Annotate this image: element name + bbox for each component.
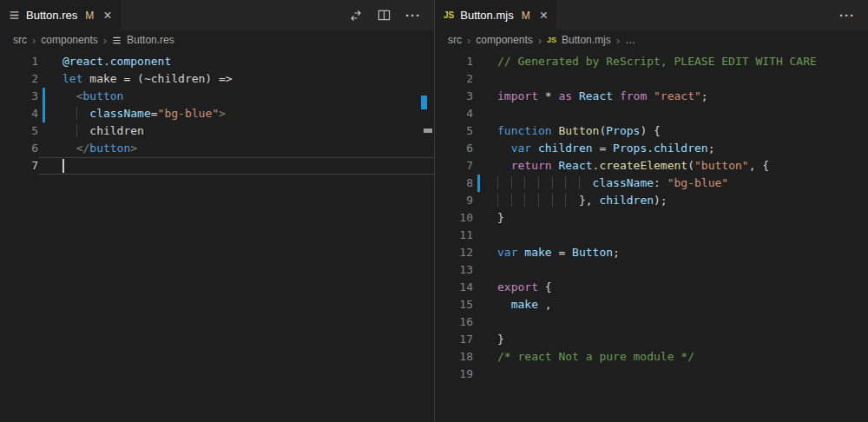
line-number[interactable]: 1: [435, 53, 473, 70]
rescript-file-icon: [9, 10, 20, 21]
editor-gutter: [473, 296, 497, 313]
line-number[interactable]: 10: [435, 209, 473, 227]
breadcrumb-item-components[interactable]: components: [41, 34, 97, 46]
close-icon[interactable]: ×: [103, 9, 111, 23]
close-icon[interactable]: ×: [540, 9, 548, 23]
line-number[interactable]: 6: [0, 140, 38, 157]
code-text[interactable]: className="bg-blue">: [62, 105, 226, 122]
line-number[interactable]: 15: [435, 296, 473, 313]
code-text[interactable]: return React.createElement("button", {: [497, 157, 769, 175]
code-line[interactable]: 9 }, children);: [435, 192, 868, 209]
code-text[interactable]: /* react Not a pure module */: [497, 348, 694, 366]
line-number[interactable]: 5: [0, 122, 38, 140]
code-line[interactable]: 13: [435, 261, 868, 279]
line-number[interactable]: 18: [435, 348, 473, 366]
line-number[interactable]: 12: [435, 244, 473, 261]
line-number[interactable]: 17: [435, 331, 473, 348]
code-text[interactable]: }: [497, 209, 504, 227]
breadcrumb-item-components[interactable]: components: [476, 34, 532, 46]
split-editor-icon[interactable]: [378, 9, 391, 22]
code-line[interactable]: 8 className: "bg-blue": [435, 175, 868, 192]
breadcrumb-item-file[interactable]: Button.mjs: [562, 34, 611, 46]
code-text[interactable]: }: [497, 331, 504, 348]
tab-button-mjs[interactable]: JS Button.mjs M ×: [435, 0, 556, 30]
code-line[interactable]: 7: [0, 157, 434, 175]
breadcrumb-overflow[interactable]: …: [625, 34, 635, 46]
code-text[interactable]: // Generated by ReScript, PLEASE EDIT WI…: [497, 53, 817, 70]
overview-modified-marker: [421, 96, 427, 109]
code-text[interactable]: let make = (~children) =>: [62, 70, 233, 88]
code-line[interactable]: 12var make = Button;: [435, 244, 868, 261]
code-text[interactable]: function Button(Props) {: [497, 122, 661, 140]
code-line[interactable]: 5 children: [0, 122, 434, 140]
breadcrumb-item-src[interactable]: src: [13, 34, 27, 46]
code-text[interactable]: <button: [62, 88, 123, 105]
text-cursor: [62, 159, 64, 173]
line-number[interactable]: 2: [0, 70, 38, 88]
editor-gutter: [473, 70, 497, 88]
editor-gutter: [473, 105, 497, 122]
code-line[interactable]: 3import * as React from "react";: [435, 88, 868, 105]
code-line[interactable]: 2: [435, 70, 868, 88]
line-number[interactable]: 3: [0, 88, 38, 105]
code-text[interactable]: </button>: [62, 140, 137, 157]
code-line[interactable]: 18/* react Not a pure module */: [435, 348, 868, 366]
line-number[interactable]: 9: [435, 192, 473, 209]
line-number[interactable]: 13: [435, 261, 473, 279]
code-line[interactable]: 7 return React.createElement("button", {: [435, 157, 868, 175]
line-number[interactable]: 7: [435, 157, 473, 175]
code-line[interactable]: 11: [435, 227, 868, 244]
line-number[interactable]: 7: [0, 157, 38, 175]
code-text[interactable]: var children = Props.children;: [497, 140, 714, 157]
line-number[interactable]: 5: [435, 122, 473, 140]
breadcrumb-item-src[interactable]: src: [448, 34, 462, 46]
code-line[interactable]: 1@react.component: [0, 53, 434, 70]
breadcrumb-item-file[interactable]: Button.res: [127, 34, 174, 46]
line-number[interactable]: 4: [0, 105, 38, 122]
code-text[interactable]: make ,: [497, 296, 552, 313]
code-line[interactable]: 6 </button>: [0, 140, 434, 157]
editor-actions-right: ···: [826, 0, 868, 30]
code-line[interactable]: 19: [435, 366, 868, 383]
line-number[interactable]: 11: [435, 227, 473, 244]
editor-gutter: [38, 70, 62, 88]
code-text[interactable]: var make = Button;: [497, 244, 620, 261]
code-line[interactable]: 15 make ,: [435, 296, 868, 313]
code-editor-left[interactable]: 1@react.component2let make = (~children)…: [0, 49, 434, 422]
code-line[interactable]: 3 <button: [0, 88, 434, 105]
line-number[interactable]: 16: [435, 313, 473, 331]
line-number[interactable]: 6: [435, 140, 473, 157]
code-text[interactable]: @react.component: [62, 53, 171, 70]
code-line[interactable]: 5function Button(Props) {: [435, 122, 868, 140]
code-text[interactable]: }, children);: [497, 192, 667, 209]
line-number[interactable]: 3: [435, 88, 473, 105]
line-number[interactable]: 8: [435, 175, 473, 192]
editor-gutter: [38, 122, 62, 140]
line-number[interactable]: 1: [0, 53, 38, 70]
code-line[interactable]: 4 className="bg-blue">: [0, 105, 434, 122]
line-number[interactable]: 14: [435, 279, 473, 296]
editor-gutter: [473, 122, 497, 140]
line-number[interactable]: 2: [435, 70, 473, 88]
tab-button-res[interactable]: Button.res M ×: [0, 0, 121, 30]
code-text[interactable]: className: "bg-blue": [497, 175, 728, 192]
code-text[interactable]: export {: [497, 279, 552, 296]
code-line[interactable]: 2let make = (~children) =>: [0, 70, 434, 88]
editor-gutter: [38, 53, 62, 70]
code-line[interactable]: 16: [435, 313, 868, 331]
code-line[interactable]: 14export {: [435, 279, 868, 296]
code-line[interactable]: 17}: [435, 331, 868, 348]
line-number[interactable]: 4: [435, 105, 473, 122]
code-line[interactable]: 6 var children = Props.children;: [435, 140, 868, 157]
open-changes-icon[interactable]: [349, 9, 363, 23]
more-actions-icon[interactable]: ···: [839, 9, 855, 22]
code-line[interactable]: 4: [435, 105, 868, 122]
code-text[interactable]: children: [62, 122, 144, 140]
code-line[interactable]: 1// Generated by ReScript, PLEASE EDIT W…: [435, 53, 868, 70]
javascript-file-icon: JS: [444, 10, 454, 20]
code-editor-right[interactable]: 1// Generated by ReScript, PLEASE EDIT W…: [435, 49, 868, 422]
code-text[interactable]: import * as React from "react";: [497, 88, 708, 105]
line-number[interactable]: 19: [435, 366, 473, 383]
code-line[interactable]: 10}: [435, 209, 868, 227]
more-actions-icon[interactable]: ···: [405, 9, 421, 22]
